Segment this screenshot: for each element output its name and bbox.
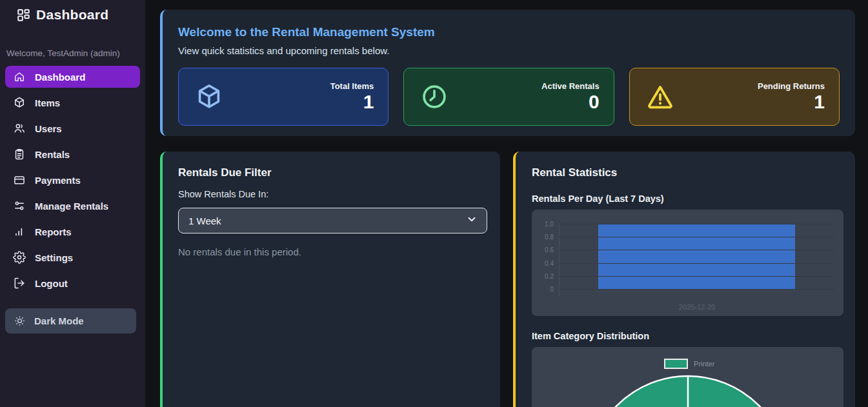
stat-card-pending-returns: Pending Returns 1 <box>629 68 840 126</box>
sidebar-item-settings[interactable]: Settings <box>5 246 140 268</box>
stat-label: Active Rentals <box>541 81 600 91</box>
gridline <box>559 250 835 250</box>
y-tick-label: 1.0 <box>532 221 554 228</box>
item-category-pie-chart: Printer <box>532 347 843 407</box>
sidebar-item-users[interactable]: Users <box>5 117 140 139</box>
rentals-per-day-chart: 2025-12-20 1.00.80.60.40.20 <box>532 210 843 316</box>
filter-select-label: Show Rentals Due In: <box>178 189 485 199</box>
sidebar-item-items[interactable]: Items <box>5 92 140 114</box>
bar-chart-icon <box>13 225 26 238</box>
dark-mode-label: Dark Mode <box>34 315 84 326</box>
gridline <box>559 276 835 277</box>
sidebar-item-label: Payments <box>35 175 81 186</box>
cube-icon <box>13 96 26 109</box>
stat-value: 0 <box>541 91 600 112</box>
stat-value: 1 <box>330 91 374 112</box>
y-tick-label: 0.2 <box>532 272 554 279</box>
y-tick-label: 0.8 <box>532 233 554 241</box>
welcome-title: Welcome to the Rental Management System <box>178 25 840 39</box>
legend-label: Printer <box>694 360 714 368</box>
app-title: Dashboard <box>36 7 108 23</box>
logout-icon <box>13 277 26 290</box>
sidebar-item-manage-rentals[interactable]: Manage Rentals <box>5 195 140 217</box>
rentals-due-filter-card: Rentals Due Filter Show Rentals Due In: … <box>160 152 500 407</box>
y-tick-label: 0.6 <box>532 246 554 253</box>
warning-icon <box>645 82 675 112</box>
bar-chart-title: Rentals Per Day (Last 7 Days) <box>532 194 841 204</box>
stats-row: Total Items 1 Active Rentals 0 <box>178 68 840 126</box>
gridline <box>559 263 835 264</box>
sidebar-item-label: Rentals <box>35 149 70 160</box>
pie-svg <box>532 347 843 407</box>
stat-card-active-rentals: Active Rentals 0 <box>403 68 614 126</box>
sidebar-item-label: Settings <box>35 252 73 263</box>
credit-card-icon <box>13 174 26 186</box>
dashboard-grid-icon <box>17 9 30 21</box>
stat-label: Pending Returns <box>758 81 825 91</box>
no-rentals-message: No rentals due in this period. <box>178 246 485 257</box>
statistics-card-title: Rental Statistics <box>532 166 841 179</box>
sun-icon <box>14 315 26 327</box>
legend-swatch <box>664 359 688 369</box>
y-axis <box>559 223 560 296</box>
clock-icon <box>419 82 449 112</box>
filter-card-title: Rentals Due Filter <box>178 166 485 179</box>
gridline <box>559 224 835 224</box>
rentals-due-select[interactable]: 1 Week <box>178 208 487 233</box>
y-tick-label: 0 <box>532 286 554 293</box>
gridline <box>559 237 835 237</box>
user-welcome-text: Welcome, TestAdmin (admin) <box>0 48 145 58</box>
gear-icon <box>13 251 26 264</box>
stat-card-total-items: Total Items 1 <box>178 68 389 126</box>
stat-label: Total Items <box>330 81 374 91</box>
sidebar-item-payments[interactable]: Payments <box>5 169 140 191</box>
sidebar-item-label: Users <box>35 123 62 134</box>
sidebar-item-rentals[interactable]: Rentals <box>5 143 140 165</box>
sidebar-item-dashboard[interactable]: Dashboard <box>5 66 140 88</box>
dark-mode-toggle[interactable]: Dark Mode <box>5 308 136 333</box>
home-icon <box>13 70 26 83</box>
filter-select-wrap: 1 Week <box>178 208 485 233</box>
sidebar-nav: Dashboard Items Users <box>0 66 145 294</box>
pie-legend: Printer <box>664 359 714 369</box>
sidebar-item-reports[interactable]: Reports <box>5 221 140 243</box>
x-axis-label: 2025-12-20 <box>559 303 835 311</box>
cube-icon <box>194 82 224 112</box>
app-brand: Dashboard <box>0 0 145 23</box>
sidebar-item-label: Items <box>35 97 60 108</box>
sidebar: Dashboard Welcome, TestAdmin (admin) Das… <box>0 0 145 407</box>
welcome-subtitle: View quick statistics and upcoming renta… <box>178 45 840 56</box>
welcome-card: Welcome to the Rental Management System … <box>160 10 855 136</box>
y-tick-label: 0.4 <box>532 259 554 266</box>
sidebar-item-label: Manage Rentals <box>35 201 108 212</box>
users-icon <box>13 122 26 135</box>
sidebar-item-logout[interactable]: Logout <box>5 272 140 294</box>
bar-chart-plot: 2025-12-20 1.00.80.60.40.20 <box>532 210 843 316</box>
bar-series-rect <box>598 224 795 289</box>
rental-statistics-card: Rental Statistics Rentals Per Day (Last … <box>513 152 855 407</box>
sidebar-item-label: Logout <box>35 278 68 289</box>
sliders-icon <box>13 199 26 212</box>
sidebar-item-label: Dashboard <box>35 72 85 83</box>
pie-chart-title: Item Category Distribution <box>532 331 841 341</box>
sidebar-item-label: Reports <box>35 226 72 237</box>
clipboard-icon <box>13 148 26 161</box>
stat-value: 1 <box>758 91 825 112</box>
gridline <box>559 289 835 290</box>
